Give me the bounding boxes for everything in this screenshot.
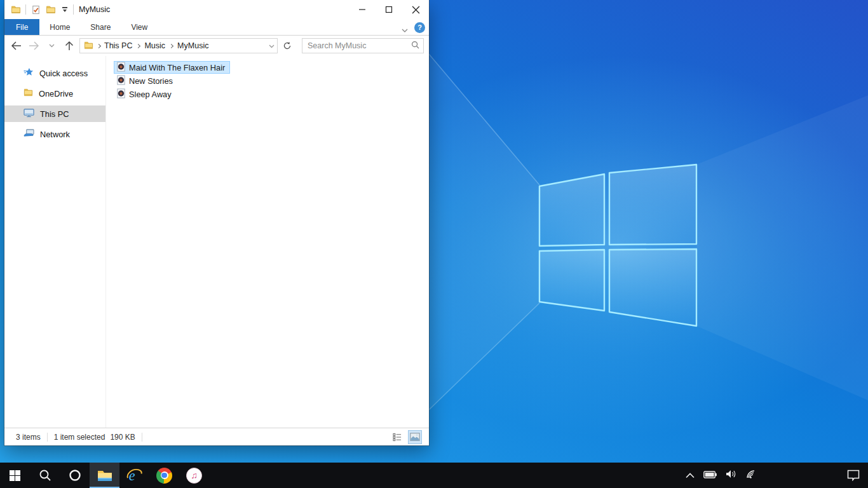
address-bar[interactable]: This PC Music MyMusic (79, 38, 278, 53)
selection-size: 190 KB (110, 433, 135, 442)
quick-access-star-icon (24, 67, 34, 79)
recent-locations-chevron-icon[interactable] (44, 38, 59, 53)
new-folder-icon[interactable] (45, 4, 57, 15)
expand-ribbon-chevron-icon[interactable] (402, 25, 408, 29)
status-separator (47, 433, 48, 442)
breadcrumb-chevron-icon (97, 44, 101, 48)
qat-separator (25, 4, 26, 15)
breadcrumb-music[interactable]: Music (144, 41, 165, 50)
file-explorer-window: MyMusic File Home Share View (4, 0, 429, 445)
minimize-button[interactable] (349, 0, 376, 19)
sidebar-item-network[interactable]: Network (4, 126, 105, 142)
onedrive-folder-icon (24, 88, 33, 99)
explorer-window-icon (10, 4, 22, 15)
taskbar-search-icon[interactable] (30, 463, 60, 488)
quick-access-toolbar (10, 4, 74, 15)
sidebar-item-quick-access[interactable]: Quick access (4, 65, 105, 81)
breadcrumb-this-pc[interactable]: This PC (104, 41, 132, 50)
refresh-button[interactable] (280, 38, 294, 53)
audio-file-icon (116, 62, 126, 74)
internet-explorer-icon[interactable]: e (119, 463, 149, 488)
sidebar-item-onedrive[interactable]: OneDrive (4, 85, 105, 102)
file-item-new-stories[interactable]: New Stories (114, 74, 178, 87)
sidebar-item-label: OneDrive (39, 89, 73, 98)
cortana-icon[interactable] (60, 463, 90, 488)
search-icon[interactable] (411, 41, 419, 51)
breadcrumb: This PC Music MyMusic (104, 41, 208, 50)
ribbon-tabs: File Home Share View ? (4, 19, 429, 36)
sidebar-item-label: Network (40, 130, 70, 139)
details-view-button[interactable] (391, 431, 403, 444)
navigation-pane: Quick access OneDrive This PC (4, 56, 105, 428)
tab-view[interactable]: View (121, 19, 158, 35)
taskbar: e ♫ (0, 463, 868, 488)
file-item-maid-with-the-flaxen-hair[interactable]: Maid With The Flaxen Hair (114, 61, 230, 74)
action-center-icon[interactable] (839, 463, 868, 488)
navigation-toolbar: This PC Music MyMusic (4, 36, 429, 56)
sidebar-item-label: This PC (40, 109, 69, 119)
address-dropdown-chevron-icon[interactable] (269, 41, 275, 50)
item-count: 3 items (16, 433, 41, 442)
file-item-sleep-away[interactable]: Sleep Away (114, 88, 177, 100)
forward-button[interactable] (26, 38, 41, 53)
help-button[interactable]: ? (414, 22, 425, 33)
up-button[interactable] (62, 38, 77, 53)
status-bar: 3 items 1 item selected 190 KB (4, 428, 429, 445)
customize-qat-dropdown-icon[interactable] (60, 7, 69, 12)
hidden-icons-chevron-icon[interactable] (686, 470, 695, 481)
battery-icon[interactable] (703, 470, 717, 481)
music-note-glyph: ♫ (191, 470, 198, 480)
back-button[interactable] (8, 38, 24, 53)
wifi-icon[interactable] (746, 470, 757, 481)
tab-file[interactable]: File (4, 19, 39, 35)
breadcrumb-mymusic[interactable]: MyMusic (177, 41, 208, 50)
file-list[interactable]: Maid With The Flaxen Hair New Stories Sl… (105, 56, 429, 428)
this-pc-monitor-icon (24, 108, 34, 119)
explorer-content: Quick access OneDrive This PC (4, 56, 429, 428)
address-folder-icon (84, 41, 93, 51)
sidebar-item-label: Quick access (39, 69, 88, 78)
selection-count: 1 item selected (54, 433, 105, 442)
search-box[interactable] (302, 38, 424, 53)
system-tray (686, 463, 839, 488)
search-input[interactable] (308, 41, 411, 50)
start-button[interactable] (0, 463, 30, 488)
desktop: MyMusic File Home Share View (0, 0, 868, 488)
window-title: MyMusic (79, 5, 110, 14)
properties-icon[interactable] (30, 4, 41, 15)
chrome-icon[interactable] (149, 463, 179, 488)
qat-separator (73, 4, 74, 15)
file-name: Sleep Away (129, 90, 172, 99)
window-controls (349, 0, 429, 19)
title-bar[interactable]: MyMusic (4, 0, 429, 19)
large-icons-view-button[interactable] (409, 431, 421, 444)
network-computers-icon (24, 128, 34, 140)
breadcrumb-chevron-icon (169, 44, 173, 48)
itunes-icon[interactable]: ♫ (179, 463, 209, 488)
file-name: New Stories (129, 76, 173, 86)
taskbar-file-explorer-button[interactable] (90, 463, 119, 488)
audio-file-icon (116, 88, 126, 100)
close-button[interactable] (402, 0, 429, 19)
tab-share[interactable]: Share (80, 19, 121, 35)
status-separator (142, 433, 142, 442)
file-name: Maid With The Flaxen Hair (129, 63, 225, 72)
audio-file-icon (116, 75, 126, 87)
volume-icon[interactable] (726, 470, 737, 481)
maximize-button[interactable] (376, 0, 402, 19)
breadcrumb-chevron-icon (136, 44, 140, 48)
sidebar-item-this-pc[interactable]: This PC (4, 105, 105, 122)
tab-home[interactable]: Home (39, 19, 80, 35)
